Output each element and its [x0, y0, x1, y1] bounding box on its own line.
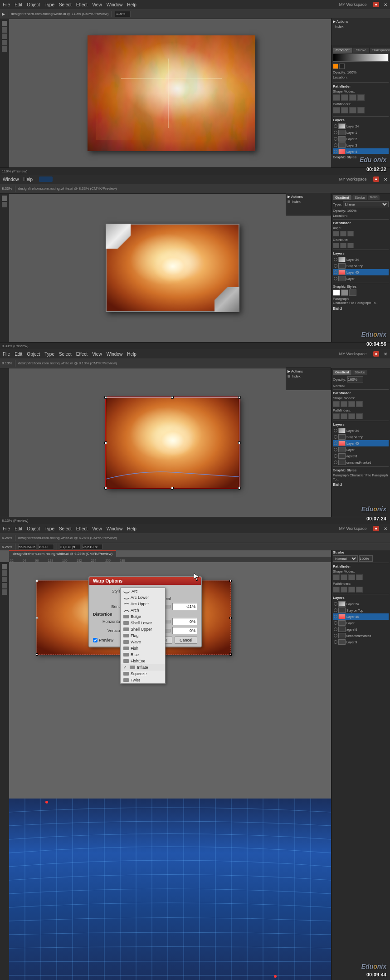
intersect-s3[interactable] [348, 401, 355, 407]
crop-s3[interactable] [356, 413, 363, 419]
stroke-tab-s3[interactable]: Stroke [352, 370, 367, 375]
bold-btn-s3[interactable]: Bold [333, 482, 389, 487]
eye-s4-5[interactable] [334, 627, 337, 631]
layer-s4-4[interactable]: Layer [333, 620, 389, 626]
menu-file-s3[interactable]: File [3, 352, 10, 357]
menu-type-s3[interactable]: Type [44, 352, 54, 357]
tool-1[interactable] [2, 21, 7, 26]
menu-edit-s3[interactable]: Edit [15, 352, 22, 357]
tool-s4-1[interactable] [2, 564, 7, 569]
layer-s4-1[interactable]: Layer 24 [333, 601, 389, 607]
close-btn-2[interactable]: ✕ [384, 177, 387, 182]
tool-2[interactable] [2, 27, 7, 33]
layer-s2-2[interactable]: Stay on Top [333, 263, 389, 269]
gradient-tab-s2[interactable]: Gradient [333, 195, 351, 200]
x-coord-s4[interactable] [18, 544, 36, 549]
crop-btn[interactable] [357, 107, 365, 113]
cancel-button[interactable]: Cancel [175, 637, 197, 644]
mesh-cp-1[interactable] [45, 801, 48, 804]
exclude-s3[interactable] [356, 401, 363, 407]
layer-s4-5[interactable]: agsrefd [333, 626, 389, 632]
transparency-tab[interactable]: Transparency [370, 48, 390, 53]
close-btn-4[interactable]: ✕ [384, 526, 387, 531]
layer-s2-4[interactable]: Layer [333, 275, 389, 282]
record-button[interactable]: ● [373, 2, 379, 7]
menu-view[interactable]: View [92, 2, 102, 7]
layer-item-3[interactable]: Layer 2 [333, 136, 389, 142]
menu-edit-s4[interactable]: Edit [15, 526, 22, 531]
layer-eye-4[interactable] [334, 143, 337, 147]
eye-s4-6[interactable] [334, 634, 337, 637]
layer-eye-1[interactable] [334, 124, 337, 128]
eye-s4-1[interactable] [334, 602, 337, 606]
zoom-input[interactable] [115, 11, 131, 17]
menu-type-s4[interactable]: Type [44, 526, 54, 531]
layer-eye-3[interactable] [334, 137, 337, 141]
color-stop-1[interactable] [333, 64, 338, 69]
cp-br[interactable] [238, 487, 241, 490]
menu-object[interactable]: Object [27, 2, 40, 7]
dist-2-s2[interactable] [340, 243, 346, 248]
preview-checkbox[interactable] [93, 638, 98, 642]
layer-s3-4[interactable]: Layer [333, 446, 389, 453]
unite-s3[interactable] [333, 401, 340, 407]
dropdown-fisheye[interactable]: FishEye [121, 658, 165, 664]
eye-s4-7[interactable] [334, 640, 337, 644]
intersect-btn[interactable] [349, 94, 356, 101]
record-btn-2[interactable]: ● [373, 176, 379, 182]
dropdown-twist[interactable]: Twist [121, 677, 165, 683]
menu-file[interactable]: File [3, 2, 10, 7]
layer-s4-7[interactable]: Layer 9 [333, 639, 389, 645]
eye-s4-4[interactable] [334, 621, 337, 625]
sm-3-s4[interactable] [348, 574, 355, 580]
sm-2-s4[interactable] [341, 574, 347, 580]
preview-label[interactable]: Preview [93, 638, 113, 642]
menu-edit[interactable]: Edit [15, 2, 22, 7]
tool-s2-1[interactable] [2, 196, 7, 201]
style-swatch-2[interactable] [341, 289, 348, 296]
unite-btn[interactable] [333, 94, 340, 101]
dropdown-shell-upper[interactable]: Shell Upper [121, 626, 165, 632]
dropdown-squeeze[interactable]: Squeeze [121, 671, 165, 677]
eye-s3-4[interactable] [334, 448, 337, 451]
align-left-s2[interactable] [333, 231, 339, 236]
gradient-type-s2[interactable]: Linear Radial [343, 201, 389, 207]
stroke-tab[interactable]: Stroke [353, 48, 369, 53]
dropdown-arc-upper[interactable]: Arc Upper [121, 601, 165, 607]
dist-1-s2[interactable] [333, 243, 339, 248]
menu-view-s3[interactable]: View [92, 352, 102, 357]
eye-s3-3[interactable] [334, 441, 337, 445]
menu-window-s3[interactable]: Window [107, 352, 123, 357]
tool-s2-2[interactable] [2, 202, 7, 207]
tool-s4-2[interactable] [2, 570, 7, 576]
align-center-s2[interactable] [340, 231, 346, 236]
tool-3[interactable] [2, 34, 7, 39]
trim-btn[interactable] [341, 107, 348, 113]
dropdown-arc[interactable]: Arc [121, 588, 165, 594]
h-distortion-input[interactable]: 0% [172, 618, 197, 625]
menu-select-s3[interactable]: Select [59, 352, 72, 357]
trim-s3[interactable] [341, 413, 347, 419]
layer-eye-5[interactable] [334, 150, 337, 153]
dropdown-fish[interactable]: Fish [121, 645, 165, 652]
eye-s3-1[interactable] [334, 429, 337, 432]
pf-1-s4[interactable] [333, 587, 340, 593]
cp-tl[interactable] [104, 396, 107, 399]
dist-3-s2[interactable] [347, 243, 354, 248]
eye-s3-6[interactable] [334, 461, 337, 464]
eye-s4-2[interactable] [334, 608, 337, 612]
dropdown-wave[interactable]: Wave [121, 639, 165, 645]
menu-window-2[interactable]: Window [3, 177, 19, 182]
eye-s2-3[interactable] [334, 270, 337, 274]
menu-help-s3[interactable]: Help [127, 352, 136, 357]
pf-2-s4[interactable] [341, 587, 347, 593]
align-right-s2[interactable] [347, 231, 354, 236]
close-button[interactable]: ✕ [384, 2, 387, 7]
eye-s3-2[interactable] [334, 435, 337, 439]
transparency-tab-s2[interactable]: Trans. [368, 195, 380, 200]
layer-s2-3-selected[interactable]: Layer 45 [333, 269, 389, 275]
tool-s4-5[interactable] [2, 589, 7, 595]
dropdown-bulge[interactable]: Bulge [121, 613, 165, 620]
merge-btn[interactable] [349, 107, 356, 113]
eye-s4-3[interactable] [334, 615, 337, 618]
